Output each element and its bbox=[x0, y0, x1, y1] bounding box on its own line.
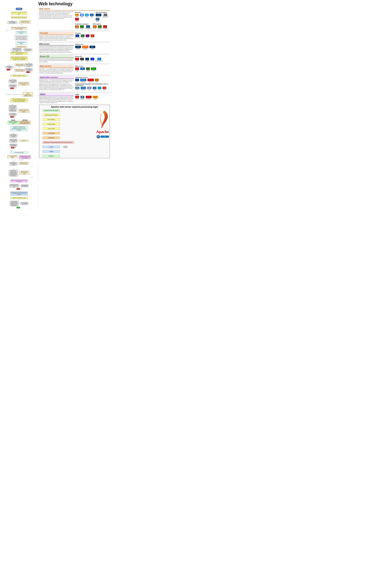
end-os: END bbox=[26, 71, 30, 73]
dlmaster-icon: DMDownloadMaster bbox=[85, 25, 92, 29]
dns-error-msg: DNS-server returns the error message to … bbox=[12, 48, 22, 52]
flashget-icon: FGFlashGet bbox=[75, 25, 79, 29]
loop-end: Loop end: find the ip-address bbox=[16, 42, 27, 44]
firewall-check-1: Firewall checks if this connection is al… bbox=[19, 20, 31, 24]
serveros-sub: Server OS bbox=[75, 56, 110, 57]
client-error-ws: Client displays an error message bbox=[9, 84, 17, 87]
linux-icon: 🐧Linux bbox=[80, 58, 84, 62]
webserver-receives: Web-server receives the request bbox=[10, 75, 28, 76]
alertbear-icon: ABAlertbear bbox=[93, 25, 97, 29]
python-icon: PyPython bbox=[92, 86, 96, 90]
server-os-check: Server OS checks if this connection is a… bbox=[15, 69, 24, 72]
end-script: END bbox=[11, 147, 14, 148]
ws-analyses: Web-server analyses the request (extract… bbox=[10, 98, 28, 102]
end-fw2: END bbox=[7, 69, 10, 70]
safari-icon: ◉Safari bbox=[85, 14, 89, 17]
info-column: Web clients Web-client is an application… bbox=[38, 7, 111, 209]
apache-step-cleanup: Cleanup bbox=[42, 146, 60, 148]
flowchart-column: START ↓ User enters a URL into some web-… bbox=[0, 7, 38, 209]
firewalls-title: Firewalls bbox=[39, 32, 74, 35]
dbms-desc: DBMS (database management system) is a c… bbox=[39, 96, 74, 104]
lighttpd-icon: LTLighttpd bbox=[86, 67, 90, 71]
dl-mgr-title: Download managers bbox=[75, 23, 92, 25]
opera-icon: OOpera bbox=[75, 18, 79, 22]
ws-sends-data: Web-server send this data to client bbox=[10, 197, 28, 199]
es-executes: ES executes the script bbox=[10, 152, 28, 154]
firewall-check-2: Firewall checks if this connection is al… bbox=[15, 64, 24, 66]
client-error-file: Client displays an error message bbox=[9, 113, 17, 116]
ruby-icon: 💎Ruby bbox=[102, 86, 106, 90]
client-error-os: Client displays an error message bbox=[25, 68, 33, 71]
apache-step-header: Header parsing bbox=[42, 123, 60, 125]
apache-step-authz: Authorisation bbox=[42, 136, 60, 139]
ws-url-check: YesWeb-server preprocesses URL with appr… bbox=[23, 92, 33, 97]
php-icon: phpPHP bbox=[87, 86, 92, 90]
oracle-icon: ORACLEOracle bbox=[75, 96, 79, 100]
apache-step-response: Response bbox=[42, 155, 60, 157]
dns-has-domain: DNS-server has this domain name in it's … bbox=[11, 27, 27, 30]
site-dl-title: Site downloaders bbox=[96, 12, 110, 13]
es-analyses: ES analyses and parses the file (contain… bbox=[10, 126, 28, 131]
apache-step-preprocess: Preprocessing the request bbox=[42, 114, 60, 116]
main-title: Web technology bbox=[0, 0, 111, 7]
apache-feather-icon bbox=[96, 109, 109, 129]
apache-step-mime: MIME-type checking and performing all ne… bbox=[42, 141, 74, 144]
client-given-info: Client displays the given information bbox=[21, 184, 29, 187]
client-msg-fw2: Client displays message bbox=[5, 66, 13, 68]
dbms-required: Is connection to DBMS required? bbox=[7, 155, 18, 158]
webclient-desc: Web-client is an application, such as a … bbox=[39, 11, 74, 19]
es-assembles: ES assembles all needed data, generates … bbox=[10, 192, 28, 196]
apache-step-url: URL translation bbox=[42, 118, 60, 121]
client-error-script: Client displays an error message bbox=[9, 144, 17, 146]
firewalls-desc: Firewall is a software that follows an i… bbox=[39, 35, 74, 41]
webservers-title: Web-servers bbox=[39, 65, 74, 68]
iis-icon: IIS7IIS bbox=[80, 67, 85, 71]
ws-vhost-check: Web-server checks if the request points … bbox=[18, 82, 29, 86]
serveros-section: Server OS Server OS is a kind of operati… bbox=[39, 55, 110, 63]
ipsec-icon: IPIPSec bbox=[86, 34, 90, 38]
dns-title: DNS-servers bbox=[39, 43, 74, 46]
appservers-title: Application servers bbox=[39, 76, 74, 79]
end-file: END bbox=[10, 116, 14, 118]
proglang-sub: Programming languages and technologies u… bbox=[75, 83, 110, 86]
tomcat-icon: 🐱Tomcat bbox=[95, 78, 99, 82]
ip-found: The IP-address found. bbox=[16, 46, 27, 48]
webservers-sub: Web-servers bbox=[75, 66, 110, 67]
java-icon: JAVAJava bbox=[75, 86, 80, 90]
dbms-title: DBMS bbox=[39, 93, 74, 96]
apache-step-receives: Apache receives the request bbox=[42, 109, 60, 112]
opendns-icon: OpenDNSOpenDNS bbox=[82, 46, 88, 50]
winserver-icon: WINMS Windows Server bbox=[95, 58, 103, 62]
apache-section-title: Apache web-server request processing log… bbox=[40, 106, 109, 108]
getright-icon: GRGetRight bbox=[80, 25, 84, 29]
client-error-dns: Client displays an error message bbox=[24, 48, 32, 51]
apache-left: Apache receives the request ↓ Preprocess… bbox=[40, 109, 83, 157]
static-read: Web-server reads the file and sends it s… bbox=[8, 121, 19, 124]
webclient-section: Web clients Web-client is an application… bbox=[39, 8, 110, 30]
solaris-icon: ☀Sun Solaris bbox=[85, 58, 90, 62]
perl-icon: perlPerl bbox=[98, 86, 102, 90]
node-display-error-1: Client displays an error message bbox=[8, 21, 17, 24]
websphere-icon: WebSphereWebSphere bbox=[80, 78, 86, 82]
apache-step-access: Access control bbox=[42, 128, 60, 130]
apache-step-logging: Logging bbox=[42, 150, 60, 153]
appservers-sub: Application servers bbox=[75, 76, 110, 78]
appservers-section: Application servers Application server i… bbox=[39, 76, 110, 91]
dns-sub: DNS-servers bbox=[75, 44, 110, 45]
es-dbms-connect: ES establishes a connection to DBMS and … bbox=[19, 156, 31, 159]
intel-badge: intelДействуем разум bbox=[100, 136, 109, 138]
client-sends-ip: Client sends request to IP-address. The … bbox=[10, 56, 28, 60]
dbms-query-check: DBMS checks if the given query can be ex… bbox=[20, 171, 29, 174]
ws-sends-error: Web-server sends this error message to c… bbox=[9, 139, 17, 142]
hpux-icon: HPHP UX bbox=[90, 58, 94, 62]
teleport-icon: TeleportTeleport Pro bbox=[96, 14, 102, 17]
firewalls-section: Firewalls Firewall is a software that fo… bbox=[39, 32, 110, 41]
rss-title: RSS-readers bbox=[93, 23, 107, 25]
apache-section: Apache web-server request processing log… bbox=[39, 105, 110, 158]
step-url: User enters a URL into some web-client bbox=[11, 12, 27, 15]
nginx-icon: NGINXNGINX bbox=[91, 67, 96, 71]
end-ok: END bbox=[17, 207, 20, 208]
loop-begin: Loop begin: find the ip-address bbox=[16, 31, 27, 34]
client-analyses: Client analyses, parses the content, per… bbox=[10, 201, 19, 206]
chrome-icon: ⬤Chrome bbox=[80, 14, 84, 17]
